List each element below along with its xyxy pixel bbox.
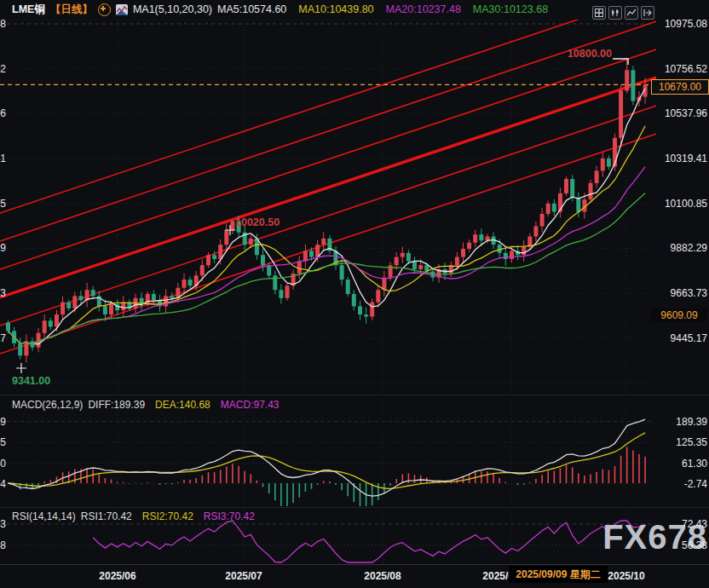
- ma-legend-item: MA30:10123.68: [473, 3, 548, 15]
- chart-toolbar: [592, 6, 654, 20]
- ma-legend-item: MA5:10574.60: [217, 3, 286, 15]
- date-tooltip: 2025/09/09 星期二: [509, 566, 608, 583]
- grid-layout-icon[interactable]: [592, 6, 606, 20]
- candlestick-panel-icon[interactable]: [608, 6, 622, 20]
- y-axis-label: 10100.85: [654, 198, 707, 210]
- current-price-tag: 10679.00: [651, 79, 709, 95]
- annotation-high-10800: 10800.00: [568, 48, 612, 60]
- y-axis-label: 9445.17: [654, 332, 707, 344]
- rsi-axis-label-sliver: 56.38: [0, 539, 6, 551]
- macd-axis-label: -2.74: [654, 478, 707, 490]
- rsi-title: RSI(14,14,14): [12, 510, 76, 522]
- y-axis-label: 10537.96: [654, 107, 707, 119]
- y-axis-label-sliver: 9445.17: [0, 332, 6, 344]
- mini-chart-icon[interactable]: [116, 4, 128, 15]
- time-axis-label: 2025/06: [99, 570, 135, 582]
- y-axis-label-sliver: 10100.85: [0, 198, 6, 210]
- y-axis-label: 10756.52: [654, 63, 707, 75]
- y-axis-label-sliver: 10537.96: [0, 107, 6, 119]
- y-axis-label-sliver: 10319.41: [0, 153, 6, 164]
- macd-axis-label-sliver: -2.74: [0, 478, 6, 490]
- marked-price-tag: 9609.09: [651, 308, 707, 322]
- symbol-name: LME铜: [12, 3, 45, 17]
- macd-axis-label: 61.30: [654, 458, 707, 470]
- chart-canvas: [0, 0, 709, 588]
- macd-axis-label-sliver: 61.30: [0, 458, 6, 470]
- y-axis-label: 9663.73: [654, 287, 707, 299]
- rsi1-value: RSI1:70.42: [81, 510, 132, 522]
- trading-chart-window: LME铜 【日线】 MA1(5,10,20,30) MA5:10574.60MA…: [0, 0, 709, 588]
- y-axis-label-sliver: 9882.29: [0, 242, 6, 254]
- time-axis-label: 2025/10: [608, 570, 644, 582]
- macd-diff-value: DIFF:189.39: [88, 399, 145, 411]
- export-panel-icon[interactable]: [641, 6, 654, 20]
- macd-axis-label-sliver: 125.35: [0, 436, 6, 448]
- macd-dea-value: DEA:140.68: [155, 399, 210, 411]
- indicator-settings-icon[interactable]: [98, 3, 111, 16]
- y-axis-label: 10975.08: [654, 18, 707, 30]
- macd-header: MACD(26,12,9) DIFF:189.39 DEA:140.68 MAC…: [12, 399, 280, 411]
- macd-axis-label: 125.35: [654, 436, 707, 448]
- ma-legend: MA5:10574.60MA10:10439.80MA20:10237.48MA…: [217, 3, 548, 15]
- macd-macd-value: MACD:97.43: [221, 399, 280, 411]
- annotation-peak-10020: 10020.50: [235, 216, 280, 228]
- rsi-axis-label: 72.43: [654, 518, 707, 530]
- line-panel-icon[interactable]: [625, 6, 638, 20]
- y-axis-label-sliver: 10756.52: [0, 63, 6, 75]
- annotation-low-9341: 9341.00: [12, 375, 50, 387]
- time-axis-label: 2025/07: [225, 570, 262, 582]
- rsi3-value: RSI3:70.42: [204, 510, 255, 522]
- ma-group-label: MA1(5,10,20,30): [133, 3, 212, 15]
- rsi2-value: RSI2:70.42: [142, 510, 193, 522]
- rsi-axis-label: 56.38: [654, 539, 707, 551]
- ma-legend-item: MA10:10439.80: [298, 3, 373, 15]
- time-axis-label: 2025/08: [364, 570, 401, 582]
- ma-legend-item: MA20:10237.48: [386, 3, 461, 15]
- rsi-axis-label-sliver: 72.43: [0, 518, 6, 530]
- macd-axis-label-sliver: 189.39: [0, 416, 6, 428]
- y-axis-label: 9882.29: [654, 242, 707, 254]
- rsi-header: RSI(14,14,14) RSI1:70.42 RSI2:70.42 RSI3…: [12, 510, 255, 522]
- y-axis-label-sliver: 9663.73: [0, 287, 6, 299]
- y-axis-label-sliver: 10975.08: [0, 18, 6, 30]
- period-label: 【日线】: [50, 3, 93, 17]
- macd-axis-label: 189.39: [654, 416, 707, 428]
- y-axis-label: 10319.41: [654, 153, 707, 164]
- macd-title: MACD(26,12,9): [12, 399, 83, 411]
